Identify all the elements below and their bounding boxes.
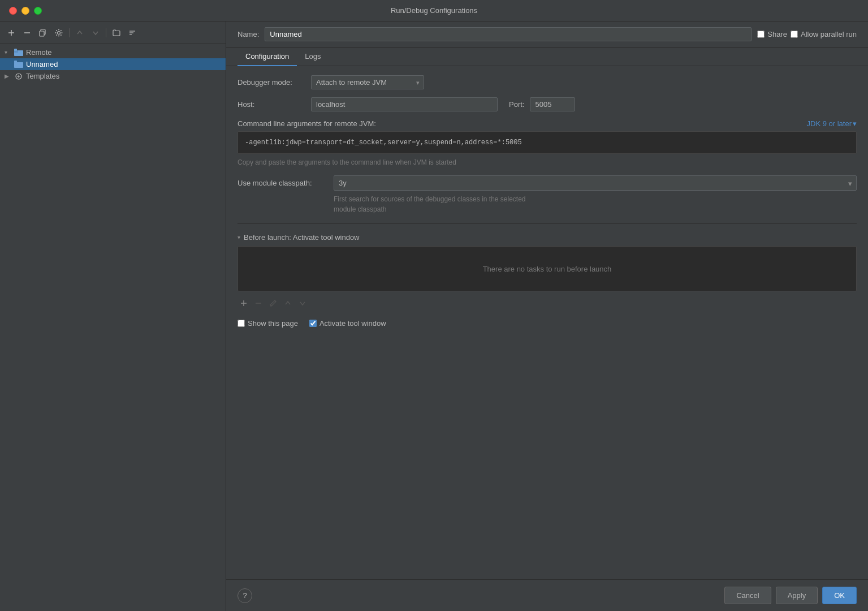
- remove-icon: [23, 29, 31, 37]
- before-launch-down-btn[interactable]: [296, 298, 309, 310]
- debugger-mode-row: Debugger mode: Attach to remote JVM List…: [237, 75, 857, 89]
- before-launch-toolbar: [237, 296, 857, 312]
- name-row: Name: Share Allow parallel run: [226, 21, 868, 48]
- minimize-button[interactable]: [21, 7, 29, 15]
- tree-label-unnamed: Unnamed: [26, 60, 58, 68]
- module-classpath-hint: First search for sources of the debugged…: [334, 194, 857, 214]
- ok-button[interactable]: OK: [822, 587, 857, 604]
- parallel-checkbox-label[interactable]: Allow parallel run: [791, 30, 857, 38]
- share-label: Share: [767, 30, 787, 38]
- svg-point-7: [58, 35, 59, 36]
- maximize-button[interactable]: [34, 7, 42, 15]
- cmdline-box: -agentlib:jdwp=transport=dt_socket,serve…: [237, 131, 857, 154]
- svg-rect-4: [40, 31, 44, 36]
- settings-icon: [55, 29, 63, 37]
- bottom-actions: Cancel Apply OK: [724, 587, 857, 604]
- svg-point-11: [61, 34, 62, 35]
- bottom-bar: ? Cancel Apply OK: [226, 579, 868, 611]
- tree-item-remote[interactable]: ▾ Remote: [0, 46, 226, 58]
- cmdline-hint: Copy and paste the arguments to the comm…: [237, 158, 857, 166]
- share-checkbox[interactable]: [757, 31, 765, 38]
- svg-point-8: [55, 32, 57, 33]
- tree-area: ▾ Remote: [0, 44, 226, 611]
- move-up-button[interactable]: [73, 26, 87, 40]
- show-this-page-label[interactable]: Show this page: [237, 319, 298, 328]
- section-divider: [237, 223, 857, 224]
- add-button[interactable]: [5, 26, 18, 40]
- parallel-checkbox[interactable]: [791, 31, 798, 38]
- before-launch-arrow[interactable]: ▾: [237, 234, 240, 240]
- port-input[interactable]: [530, 97, 575, 111]
- parallel-label: Allow parallel run: [801, 30, 857, 38]
- before-launch-add-btn[interactable]: [237, 298, 250, 310]
- svg-point-5: [58, 31, 61, 34]
- show-this-page-text: Show this page: [248, 319, 298, 328]
- share-checkbox-label[interactable]: Share: [757, 30, 787, 38]
- close-button[interactable]: [9, 7, 17, 15]
- tree-arrow-templates: ▶: [5, 73, 14, 79]
- move-down-icon: [92, 29, 100, 37]
- before-launch-remove-btn[interactable]: [252, 298, 265, 310]
- jdk-version-arrow: ▾: [853, 119, 857, 128]
- tree-label-templates: Templates: [26, 72, 59, 80]
- activate-tool-window-label[interactable]: Activate tool window: [309, 319, 386, 328]
- share-area: Share Allow parallel run: [757, 30, 857, 38]
- name-label: Name:: [237, 30, 259, 38]
- activate-tool-window-checkbox[interactable]: [309, 320, 317, 327]
- help-button[interactable]: ?: [237, 588, 252, 603]
- traffic-lights: [9, 7, 42, 15]
- tab-configuration[interactable]: Configuration: [237, 48, 297, 66]
- config-panel: Debugger mode: Attach to remote JVM List…: [226, 66, 868, 579]
- tabs-bar: Configuration Logs: [226, 48, 868, 66]
- move-down-button[interactable]: [89, 26, 102, 40]
- folder-button[interactable]: [110, 26, 123, 40]
- svg-point-12: [56, 34, 57, 35]
- title-bar: Run/Debug Configurations: [0, 0, 868, 21]
- main-container: ▾ Remote: [0, 21, 868, 611]
- copy-button[interactable]: [36, 26, 50, 40]
- content-area: Name: Share Allow parallel run Configura…: [226, 21, 868, 611]
- folder-icon: [113, 29, 120, 37]
- host-port-row: Host: Port:: [237, 97, 857, 111]
- module-classpath-select[interactable]: 3y: [334, 175, 857, 191]
- move-up-icon: [76, 29, 84, 37]
- debugger-mode-label: Debugger mode:: [237, 78, 305, 87]
- before-launch-box: There are no tasks to run before launch: [237, 246, 857, 291]
- name-input[interactable]: [265, 27, 752, 41]
- sort-button[interactable]: [126, 26, 139, 40]
- cancel-button[interactable]: Cancel: [724, 587, 771, 604]
- before-launch-up-icon: [284, 299, 292, 307]
- toolbar-separator-2: [106, 28, 106, 37]
- port-label: Port:: [509, 100, 524, 109]
- before-launch-empty-text: There are no tasks to run before launch: [483, 265, 612, 273]
- module-select-wrapper: 3y: [334, 175, 857, 191]
- cmdline-value: -agentlib:jdwp=transport=dt_socket,serve…: [245, 139, 522, 147]
- before-launch-edit-btn[interactable]: [267, 298, 279, 310]
- remove-button[interactable]: [20, 26, 34, 40]
- cmdline-label: Command line arguments for remote JVM:: [237, 119, 376, 128]
- debugger-mode-select[interactable]: Attach to remote JVM Listen to remote JV…: [311, 75, 424, 89]
- tree-label-remote: Remote: [26, 48, 52, 57]
- jdk-version-link[interactable]: JDK 9 or later ▾: [807, 119, 857, 128]
- tab-logs[interactable]: Logs: [297, 48, 329, 66]
- apply-button[interactable]: Apply: [776, 587, 818, 604]
- bottom-checkboxes: Show this page Activate tool window: [237, 317, 857, 330]
- toolbar-separator-1: [69, 28, 70, 37]
- host-input[interactable]: [311, 97, 498, 111]
- svg-rect-19: [14, 49, 17, 51]
- settings-button[interactable]: [52, 26, 66, 40]
- debugger-mode-select-wrapper: Attach to remote JVM Listen to remote JV…: [311, 75, 424, 89]
- before-launch-edit-icon: [269, 299, 277, 307]
- host-label: Host:: [237, 100, 305, 109]
- tree-item-templates[interactable]: ▶ Templates: [0, 70, 226, 82]
- tree-arrow-remote: ▾: [5, 49, 14, 55]
- before-launch-up-btn[interactable]: [282, 298, 294, 310]
- sidebar: ▾ Remote: [0, 21, 226, 611]
- cmdline-header: Command line arguments for remote JVM: J…: [237, 119, 857, 128]
- svg-rect-20: [14, 62, 23, 68]
- show-this-page-checkbox[interactable]: [237, 320, 245, 327]
- module-classpath-row: Use module classpath: 3y: [237, 175, 857, 191]
- svg-point-13: [61, 30, 62, 31]
- tree-item-unnamed[interactable]: Unnamed: [0, 58, 226, 70]
- svg-point-6: [58, 29, 59, 30]
